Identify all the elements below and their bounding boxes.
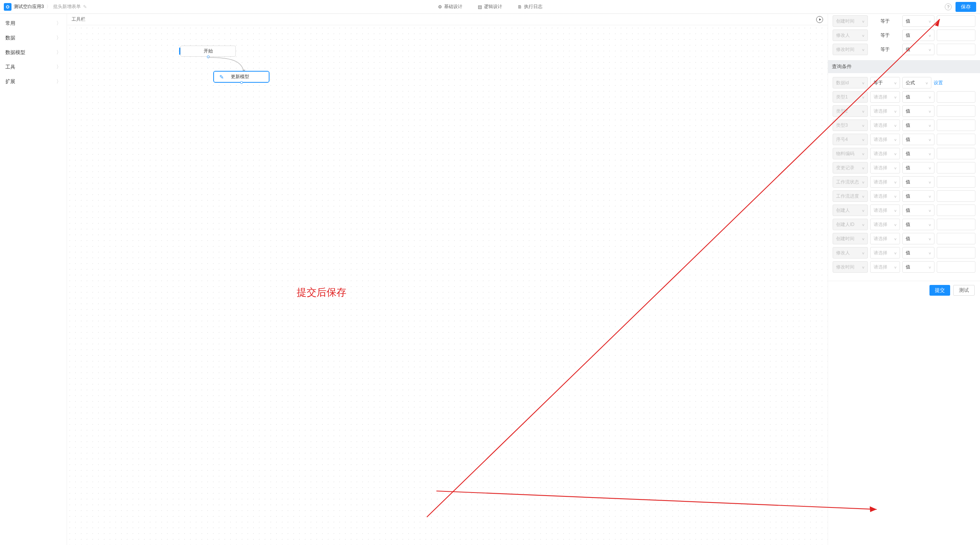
value-input[interactable] [937, 247, 975, 259]
operator-select[interactable]: 请选择ⅴ [870, 148, 900, 159]
play-icon[interactable] [816, 16, 823, 23]
field-select[interactable]: 序号4ⅴ [833, 134, 868, 145]
value-input[interactable] [937, 176, 975, 188]
value-select[interactable]: 值ⅴ [902, 29, 934, 41]
value-select[interactable]: 值ⅴ [902, 15, 934, 27]
operator-select[interactable]: 请选择ⅴ [870, 176, 900, 188]
value-select[interactable]: 值ⅴ [902, 219, 934, 230]
tab-basic-design[interactable]: ⚙ 基础设计 [438, 3, 462, 10]
condition-row: 工作流进度ⅴ请选择ⅴ值ⅴ [833, 190, 975, 202]
flow-canvas[interactable]: 开始 ✎ 更新模型 提交后保存 [67, 25, 828, 545]
field-select[interactable]: 变更记录ⅴ [833, 162, 868, 173]
field-select[interactable]: 数据idⅴ [833, 77, 868, 88]
value-select[interactable]: 值ⅴ [902, 261, 934, 273]
value-select[interactable]: 值ⅴ [902, 44, 934, 55]
value-input[interactable] [937, 44, 975, 55]
help-icon[interactable]: ? [945, 3, 952, 10]
operator-select[interactable]: 请选择ⅴ [870, 134, 900, 145]
sidebar-item-data[interactable]: 数据 〉 [0, 31, 67, 45]
value-input[interactable] [937, 162, 975, 173]
operator-select[interactable]: 请选择ⅴ [870, 162, 900, 173]
condition-row: 修改人ⅴ请选择ⅴ值ⅴ [833, 247, 975, 259]
operator-select[interactable]: 请选择ⅴ [870, 91, 900, 103]
value-input[interactable] [937, 148, 975, 159]
operator-select[interactable]: 请选择ⅴ [870, 233, 900, 244]
field-select[interactable]: 创建人ⅴ [833, 205, 868, 216]
operator-select[interactable]: 等于ⅴ [870, 77, 900, 88]
layout-icon: ▤ [478, 4, 482, 10]
value-input[interactable] [937, 219, 975, 230]
tab-exec-log[interactable]: 🗎 执行日志 [518, 3, 542, 10]
save-button[interactable]: 保存 [956, 2, 976, 12]
operator-select[interactable]: 请选择ⅴ [870, 190, 900, 202]
value-select[interactable]: 值ⅴ [902, 134, 934, 145]
value-select[interactable]: 值ⅴ [902, 91, 934, 103]
condition-row: 工作流状态ⅴ请选择ⅴ值ⅴ [833, 176, 975, 188]
condition-row: 修改时间ⅴ请选择ⅴ值ⅴ [833, 261, 975, 273]
value-input[interactable] [937, 15, 975, 27]
sidebar-item-tools[interactable]: 工具 〉 [0, 60, 67, 74]
field-select[interactable]: 创建时间ⅴ [833, 233, 868, 244]
field-select[interactable]: 工作流状态ⅴ [833, 176, 868, 188]
field-select[interactable]: 工作流进度ⅴ [833, 190, 868, 202]
field-select[interactable]: 类型3ⅴ [833, 119, 868, 131]
condition-row: 类型3ⅴ请选择ⅴ值ⅴ [833, 119, 975, 131]
field-select[interactable]: 修改人ⅴ [833, 247, 868, 259]
value-select[interactable]: 值ⅴ [902, 205, 934, 216]
document-icon: 🗎 [518, 4, 522, 10]
breadcrumb-app[interactable]: 测试空白应用3 [14, 3, 44, 10]
submit-button[interactable]: 提交 [929, 285, 950, 296]
node-output-port[interactable] [240, 81, 243, 84]
value-input[interactable] [937, 91, 975, 103]
value-select[interactable]: 值ⅴ [902, 119, 934, 131]
test-button[interactable]: 测试 [953, 285, 975, 296]
field-select[interactable]: 创建时间ⅴ [833, 15, 868, 27]
value-input[interactable] [937, 261, 975, 273]
field-select[interactable]: 物料编码ⅴ [833, 148, 868, 159]
field-select[interactable]: 修改时间ⅴ [833, 261, 868, 273]
value-type-select[interactable]: 公式ⅴ [902, 77, 931, 88]
operator-label: 等于 [870, 29, 900, 41]
sidebar-item-data-model[interactable]: 数据模型 〉 [0, 45, 67, 60]
edit-icon[interactable]: ✎ [83, 4, 87, 10]
value-input[interactable] [937, 205, 975, 216]
configure-link[interactable]: 设置 [934, 80, 943, 86]
node-update-model[interactable]: ✎ 更新模型 [214, 71, 269, 82]
tab-logic-design[interactable]: ▤ 逻辑设计 [478, 3, 502, 10]
operator-select[interactable]: 请选择ⅴ [870, 205, 900, 216]
value-input[interactable] [937, 233, 975, 244]
operator-select[interactable]: 请选择ⅴ [870, 261, 900, 273]
sidebar-item-common[interactable]: 常用 〉 [0, 16, 67, 31]
field-mapping-row: 修改时间ⅴ等于值ⅴ [833, 44, 975, 55]
value-select[interactable]: 值ⅴ [902, 190, 934, 202]
field-select[interactable]: 创建人IDⅴ [833, 219, 868, 230]
node-output-port[interactable] [207, 56, 209, 58]
value-select[interactable]: 值ⅴ [902, 105, 934, 117]
chevron-right-icon: 〉 [56, 49, 61, 56]
operator-select[interactable]: 请选择ⅴ [870, 247, 900, 259]
condition-row: 序号4ⅴ请选择ⅴ值ⅴ [833, 134, 975, 145]
value-input[interactable] [937, 134, 975, 145]
field-select[interactable]: 修改人ⅴ [833, 29, 868, 41]
operator-select[interactable]: 请选择ⅴ [870, 119, 900, 131]
condition-row: 创建时间ⅴ请选择ⅴ值ⅴ [833, 233, 975, 244]
node-start[interactable]: 开始 [180, 46, 236, 57]
value-input[interactable] [937, 105, 975, 117]
value-select[interactable]: 值ⅴ [902, 148, 934, 159]
value-select[interactable]: 值ⅴ [902, 162, 934, 173]
chevron-right-icon: 〉 [56, 64, 61, 70]
field-select[interactable]: 修改时间ⅴ [833, 44, 868, 55]
value-input[interactable] [937, 119, 975, 131]
sidebar-item-extensions[interactable]: 扩展 〉 [0, 74, 67, 89]
field-select[interactable]: 类型2ⅴ [833, 105, 868, 117]
value-input[interactable] [937, 190, 975, 202]
value-select[interactable]: 值ⅴ [902, 233, 934, 244]
breadcrumb-page[interactable]: 批头新增表单 [53, 3, 81, 10]
field-select[interactable]: 类型1ⅴ [833, 91, 868, 103]
value-select[interactable]: 值ⅴ [902, 247, 934, 259]
value-select[interactable]: 值ⅴ [902, 176, 934, 188]
operator-select[interactable]: 请选择ⅴ [870, 105, 900, 117]
breadcrumb: 测试空白应用3 〉 批头新增表单 ✎ [14, 3, 87, 10]
operator-select[interactable]: 请选择ⅴ [870, 219, 900, 230]
value-input[interactable] [937, 29, 975, 41]
